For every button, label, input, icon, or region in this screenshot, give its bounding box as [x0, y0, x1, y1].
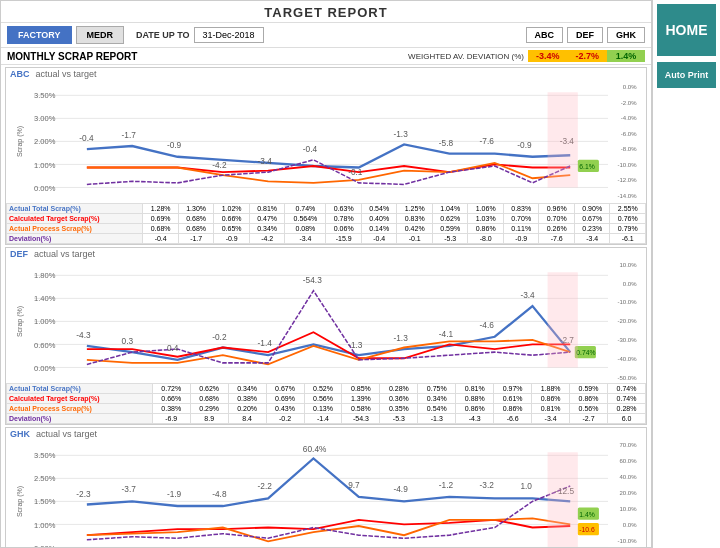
- auto-print-button[interactable]: Auto Print: [657, 62, 716, 88]
- metric-def: DEF: [567, 27, 603, 43]
- def-row0-label: Actual Total Scrap(%): [7, 383, 153, 393]
- def-scrap-axis: Scrap (%): [17, 306, 24, 337]
- charts-area: ABC actual vs target Scrap (%): [1, 65, 651, 547]
- metric-abc: ABC: [526, 27, 564, 43]
- svg-text:-4.6: -4.6: [480, 319, 495, 329]
- svg-text:1.50%: 1.50%: [34, 497, 56, 506]
- ghk-plant-label: GHK: [10, 429, 30, 439]
- svg-rect-24: [548, 92, 578, 187]
- svg-text:0.00%: 0.00%: [34, 543, 56, 547]
- svg-text:2.50%: 2.50%: [34, 474, 56, 483]
- svg-text:-0.9: -0.9: [167, 139, 182, 149]
- svg-text:-0.2: -0.2: [212, 332, 227, 342]
- svg-text:60.4%: 60.4%: [303, 444, 327, 454]
- ghk-chart-block: GHK actual vs target Scrap (%): [5, 427, 647, 547]
- ghk-deviation: 1.4%: [607, 50, 645, 62]
- def-subtitle: actual vs target: [34, 249, 95, 259]
- date-label: DATE UP TO: [136, 30, 190, 40]
- svg-text:0.74%: 0.74%: [576, 349, 595, 356]
- abc-chart-block: ABC actual vs target Scrap (%): [5, 67, 647, 245]
- svg-text:-0.9: -0.9: [517, 139, 532, 149]
- def-chart-svg: 1.80% 1.40% 1.00% 0.60% 0.00%: [34, 260, 608, 383]
- ghk-subtitle: actual vs target: [36, 429, 97, 439]
- svg-text:1.80%: 1.80%: [34, 271, 56, 280]
- svg-text:9.7: 9.7: [348, 479, 360, 489]
- svg-text:-4.2: -4.2: [212, 159, 227, 169]
- section-title: MONTHLY SCRAP REPORT: [7, 51, 137, 62]
- svg-text:-2.2: -2.2: [258, 481, 273, 491]
- svg-text:0.4: 0.4: [167, 342, 179, 352]
- top-bar: FACTORY MEDR DATE UP TO 31-Dec-2018 ABC …: [1, 23, 651, 48]
- svg-text:-3.7: -3.7: [122, 484, 137, 494]
- ghk-chart-svg: 3.50% 2.50% 1.50% 1.00% 0.00%: [34, 440, 608, 547]
- svg-text:2.00%: 2.00%: [34, 137, 56, 146]
- abc-row3-label: Deviation(%): [7, 233, 143, 243]
- report-title: TARGET REPORT: [1, 5, 651, 20]
- svg-text:-1.9: -1.9: [167, 488, 182, 498]
- svg-text:-1.2: -1.2: [439, 479, 454, 489]
- svg-text:-1.3: -1.3: [394, 333, 409, 343]
- abc-svg-area: 3.50% 3.00% 2.00% 1.00% 0.00%: [34, 80, 608, 203]
- date-value: 31-Dec-2018: [194, 27, 264, 43]
- weighted-label: WEIGHTED AV. DEVIATION (%): [408, 52, 524, 61]
- svg-text:-1.3: -1.3: [348, 339, 363, 349]
- svg-text:-0.1: -0.1: [348, 167, 363, 177]
- svg-text:1.4%: 1.4%: [579, 510, 594, 517]
- svg-text:0.00%: 0.00%: [34, 183, 56, 192]
- def-svg-area: 1.80% 1.40% 1.00% 0.60% 0.00%: [34, 260, 608, 383]
- tab-factory[interactable]: FACTORY: [7, 26, 72, 44]
- svg-text:0.00%: 0.00%: [34, 363, 56, 372]
- sidebar: HOME Auto Print: [652, 0, 720, 548]
- def-plant-label: DEF: [10, 249, 28, 259]
- svg-text:-4.3: -4.3: [76, 330, 91, 340]
- def-chart-block: DEF actual vs target Scrap (%): [5, 247, 647, 425]
- abc-subtitle: actual vs target: [36, 69, 97, 79]
- svg-text:-4.1: -4.1: [439, 329, 454, 339]
- def-row2-label: Actual Process Scrap(%): [7, 403, 153, 413]
- abc-chart-content: Scrap (%) 3.50% 3.00%: [6, 80, 646, 203]
- svg-text:-2.3: -2.3: [76, 488, 91, 498]
- svg-text:1.00%: 1.00%: [34, 317, 56, 326]
- svg-text:-1.7: -1.7: [122, 130, 137, 140]
- svg-text:-1.4: -1.4: [258, 338, 273, 348]
- svg-text:-3.2: -3.2: [480, 479, 495, 489]
- svg-text:1.40%: 1.40%: [34, 294, 56, 303]
- svg-text:-4.8: -4.8: [212, 488, 227, 498]
- abc-chart-svg: 3.50% 3.00% 2.00% 1.00% 0.00%: [34, 80, 608, 203]
- svg-text:-7.6: -7.6: [480, 136, 495, 146]
- abc-row1-label: Calculated Target Scrap(%): [7, 213, 143, 223]
- report-header: TARGET REPORT: [1, 1, 651, 23]
- abc-data-table: Actual Total Scrap(%) 1.28% 1.30% 1.02% …: [6, 203, 646, 244]
- svg-text:-10.6: -10.6: [579, 526, 595, 533]
- def-row3-label: Deviation(%): [7, 413, 153, 423]
- svg-text:0.3: 0.3: [122, 336, 134, 346]
- abc-row0-label: Actual Total Scrap(%): [7, 203, 143, 213]
- svg-text:-54.3: -54.3: [303, 275, 322, 285]
- svg-text:-0.4: -0.4: [303, 144, 318, 154]
- svg-text:3.00%: 3.00%: [34, 114, 56, 123]
- home-button[interactable]: HOME: [657, 4, 716, 56]
- svg-text:6.1%: 6.1%: [579, 163, 594, 170]
- abc-deviation: -3.4%: [528, 50, 568, 62]
- tab-medr[interactable]: MEDR: [76, 26, 125, 44]
- section-header: MONTHLY SCRAP REPORT WEIGHTED AV. DEVIAT…: [1, 48, 651, 65]
- svg-text:3.50%: 3.50%: [34, 451, 56, 460]
- svg-text:-3.4: -3.4: [258, 156, 273, 166]
- abc-chart-title: ABC actual vs target: [6, 68, 646, 80]
- abc-row2-label: Actual Process Scrap(%): [7, 223, 143, 233]
- ghk-chart-content: Scrap (%) 3.50% 2.50% 1.50% 1.00%: [6, 440, 646, 547]
- ghk-chart-title: GHK actual vs target: [6, 428, 646, 440]
- svg-text:-1.3: -1.3: [394, 129, 409, 139]
- def-dev-axis: 10.0%0.0%-10.0%-20.0%-30.0%-40.0%-50.0%: [608, 260, 646, 383]
- def-data-table: Actual Total Scrap(%) 0.72%0.62% 0.34%0.…: [6, 383, 646, 424]
- svg-rect-76: [548, 452, 578, 547]
- ghk-svg-area: 3.50% 2.50% 1.50% 1.00% 0.00%: [34, 440, 608, 547]
- ghk-dev-axis: 70.0%60.0%40.0%20.0%10.0%0.0%-10.0%-20.0…: [608, 440, 646, 547]
- svg-text:1.00%: 1.00%: [34, 520, 56, 529]
- svg-rect-49: [548, 272, 578, 367]
- svg-text:3.50%: 3.50%: [34, 91, 56, 100]
- abc-plant-label: ABC: [10, 69, 30, 79]
- abc-scrap-axis: Scrap (%): [17, 126, 24, 157]
- def-row1-label: Calculated Target Scrap(%): [7, 393, 153, 403]
- svg-text:-5.8: -5.8: [439, 138, 454, 148]
